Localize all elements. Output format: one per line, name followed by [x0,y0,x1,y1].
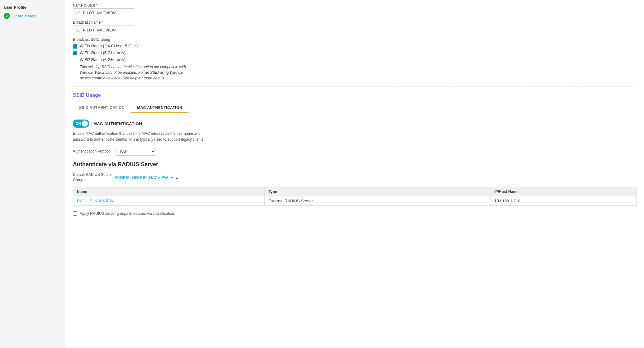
apply-classification-label: Apply RADIUS server groups to devices vi… [80,211,174,216]
mac-auth-title: MAC AUTHENTICATION [93,121,142,126]
radius-col-ip: IP/Host Name [490,187,637,196]
name-ssid-label: Name (SSID) * [73,3,637,7]
section-divider [73,87,637,87]
radius-col-type: Type [265,187,490,196]
broadcast-ssid-section: Broadcast SSID Using WiFi0 Radio (2.4 GH… [73,37,637,81]
broadcast-name-group: Broadcast Name * [73,20,637,34]
tab-ssid-authentication[interactable]: SSID AUTHENTICATION [73,103,131,113]
name-ssid-input[interactable] [73,8,135,17]
broadcast-name-input[interactable] [73,26,135,34]
apply-classification-row: Apply RADIUS server groups to devices vi… [73,211,637,216]
wifi0-label: WiFi0 Radio (2.4 GHz or 5 GHz) [80,44,138,48]
tab-mac-authentication[interactable]: MAC AUTHENTICATION [131,103,188,113]
sidebar-item-label: Unregistered [12,14,36,18]
radius-group-link[interactable]: RADIUS_GROUP_NACVIEW [114,175,168,180]
wifi2-note: This existing SSID has authentication op… [80,64,192,81]
radius-add-icon[interactable]: + [170,175,173,180]
toggle-knob [82,120,88,127]
sidebar-item-unregistered[interactable]: ✓ Unregistered [0,11,65,21]
radius-section-title: Authenticate via RADIUS Server [73,161,637,168]
radius-table-body: RADIUS_NACVIEW External RADIUS Server 19… [73,196,637,205]
ssid-usage-title: SSID Usage [73,92,637,98]
wifi2-row: WiFi2 Radio (6 GHz only) [73,57,637,62]
auth-protocol-row: Authentication Protocol PAP CHAP MS-CHAP… [73,147,637,156]
sidebar: User Profile ✓ Unregistered [0,0,65,348]
required-marker2: * [102,20,103,25]
broadcast-name-label: Broadcast Name * [73,20,637,25]
radius-table-header-row: Name Type IP/Host Name [73,187,637,196]
sidebar-title: User Profile [0,2,65,11]
mac-auth-section: ON MAC AUTHENTICATION Enable MAC authent… [73,120,637,156]
status-icon: ✓ [4,13,10,19]
mac-auth-description: Enable MAC authentication that uses the … [73,131,210,143]
radius-row-ip: 192.168.1.210 [490,196,637,205]
radius-row-name[interactable]: RADIUS_NACVIEW [73,196,265,205]
radius-default-label: Default RADIUS ServerGroup [73,172,112,183]
wifi0-checkbox[interactable] [73,44,77,49]
wifi1-row: WiFi1 Radio (5 GHz only) [73,50,637,55]
broadcast-ssid-label: Broadcast SSID Using [73,37,637,42]
name-ssid-group: Name (SSID) * [73,3,637,17]
wifi2-label: WiFi2 Radio (6 GHz only) [80,57,125,62]
radius-col-name: Name [73,187,265,196]
wifi0-row: WiFi0 Radio (2.4 GHz or 5 GHz) [73,44,637,49]
tabs-container: SSID AUTHENTICATION MAC AUTHENTICATION [73,103,197,113]
required-marker: * [96,3,97,7]
table-row: RADIUS_NACVIEW External RADIUS Server 19… [73,196,637,205]
mac-auth-header: ON MAC AUTHENTICATION [73,120,637,128]
radius-table: Name Type IP/Host Name RADIUS_NACVIEW Ex… [73,187,637,206]
wifi1-checkbox[interactable] [73,51,77,55]
wifi2-checkbox[interactable] [73,58,77,62]
apply-classification-checkbox[interactable] [73,211,77,216]
wifi1-label: WiFi1 Radio (5 GHz only) [80,50,125,55]
auth-protocol-label: Authentication Protocol [73,149,111,153]
toggle-label: ON [74,122,81,125]
radius-row-type: External RADIUS Server [265,196,490,205]
radius-table-head: Name Type IP/Host Name [73,187,637,196]
radius-default-row: Default RADIUS ServerGroup RADIUS_GROUP_… [73,172,637,183]
auth-protocol-select[interactable]: PAP CHAP MS-CHAP MS-CHAPv2 [116,147,156,156]
main-content: Name (SSID) * Broadcast Name * Broadcast… [65,0,644,348]
radius-list-icon[interactable]: ≡ [175,175,178,180]
mac-auth-toggle[interactable]: ON [73,120,89,128]
